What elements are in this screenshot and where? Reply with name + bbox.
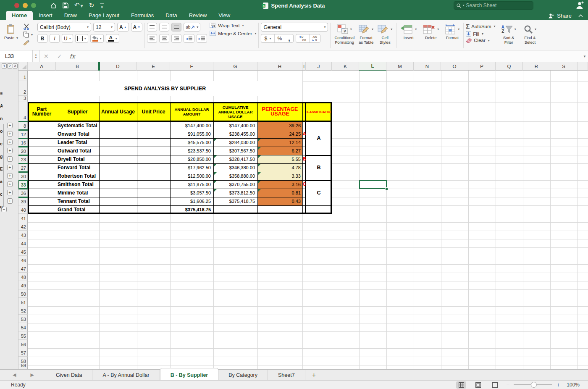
- column-header-K[interactable]: K: [332, 62, 359, 71]
- cell-classification-C[interactable]: C: [306, 180, 332, 205]
- align-top-button[interactable]: [147, 23, 157, 32]
- decrease-decimal-button[interactable]: .00▸.0: [310, 34, 320, 42]
- cell-supplier-27[interactable]: Forward Total: [58, 163, 98, 172]
- row-header-52[interactable]: 52: [18, 306, 28, 315]
- column-header-L[interactable]: L: [359, 62, 386, 71]
- underline-button[interactable]: U▾: [62, 34, 73, 43]
- clear-button[interactable]: Clear ▾: [466, 38, 495, 43]
- column-header-R[interactable]: R: [523, 62, 550, 71]
- row-header-43[interactable]: 43: [18, 231, 28, 239]
- column-header-M[interactable]: M: [386, 62, 414, 71]
- autosum-button[interactable]: Σ AutoSum ▾: [466, 23, 495, 30]
- cell-grand-total-label[interactable]: Grand Total: [58, 205, 98, 214]
- cell-cumulative-20[interactable]: $307,567.50: [213, 147, 255, 155]
- column-header-I[interactable]: I: [302, 62, 306, 71]
- increase-indent-button[interactable]: ▸: [197, 34, 207, 43]
- share-button[interactable]: Share: [557, 13, 572, 19]
- formula-input[interactable]: [79, 50, 588, 62]
- row-header-44[interactable]: 44: [18, 239, 28, 247]
- increase-decimal-button[interactable]: ◂.0.00: [296, 34, 310, 42]
- customize-toolbar-icon[interactable]: —▾: [100, 2, 104, 9]
- row-header-53[interactable]: 53: [18, 315, 28, 323]
- column-header-H[interactable]: H: [257, 62, 302, 71]
- add-sheet-button[interactable]: +: [305, 370, 323, 380]
- italic-button[interactable]: I: [50, 34, 60, 43]
- cell-annual-dollar-23[interactable]: $20,850.00: [170, 155, 211, 163]
- sort-filter-button[interactable]: A Z ▾ Sort & Filter: [500, 23, 518, 49]
- tab-data[interactable]: Data: [160, 11, 183, 20]
- expand-group-button-row-39[interactable]: +: [7, 198, 13, 204]
- cell-annual-dollar-16[interactable]: $45,575.00: [170, 138, 211, 147]
- wrap-text-button[interactable]: Wrap Text ▾: [210, 23, 256, 28]
- page-break-view-button[interactable]: [490, 381, 500, 389]
- row-header-8[interactable]: 8: [18, 121, 28, 130]
- column-header-E[interactable]: E: [137, 62, 170, 71]
- cell-cumulative-8[interactable]: $147,400.00: [213, 121, 255, 130]
- align-center-button[interactable]: [159, 34, 169, 43]
- zoom-in-button[interactable]: +: [556, 381, 560, 388]
- column-header-P[interactable]: P: [468, 62, 496, 71]
- cell-annual-dollar-33[interactable]: $11,875.00: [170, 180, 211, 189]
- home-icon[interactable]: [50, 3, 57, 9]
- cell-annual-dollar-30[interactable]: $12,500.00: [170, 172, 211, 180]
- expand-group-button-row-33[interactable]: +: [7, 181, 13, 187]
- currency-format-button[interactable]: $ ▾: [261, 34, 274, 42]
- insert-cells-button[interactable]: ▾ Insert: [399, 23, 418, 49]
- tab-draw[interactable]: Draw: [58, 11, 83, 20]
- cell-percentage-27[interactable]: 4.78: [257, 163, 301, 172]
- column-header-F[interactable]: F: [170, 62, 213, 71]
- copy-button[interactable]: ▾: [23, 32, 33, 38]
- cell-percentage-12[interactable]: 24.25: [257, 130, 301, 138]
- insert-function-icon[interactable]: fx: [66, 53, 78, 60]
- cell-percentage-39[interactable]: 0.43: [257, 197, 301, 205]
- spreadsheet-grid[interactable]: 123ABDEFGHIJKLMNOPQRS1234812162023273033…: [0, 62, 588, 369]
- row-header-51[interactable]: 51: [18, 298, 28, 306]
- next-sheet-arrow[interactable]: ▶: [30, 372, 34, 378]
- cell-annual-dollar-36[interactable]: $3,057.50: [170, 189, 211, 197]
- row-header-39[interactable]: 39: [18, 197, 28, 205]
- borders-button[interactable]: ▾: [75, 34, 88, 43]
- cell-supplier-20[interactable]: Outward Total: [58, 147, 98, 155]
- row-header-47[interactable]: 47: [18, 264, 28, 273]
- cell-supplier-8[interactable]: Systematic Total: [58, 121, 98, 130]
- fill-button[interactable]: Fill ▾: [466, 31, 495, 37]
- row-header-45[interactable]: 45: [18, 247, 28, 256]
- cell-supplier-12[interactable]: Onward Total: [58, 130, 98, 138]
- row-header-12[interactable]: 12: [18, 130, 28, 138]
- expand-group-button-row-36[interactable]: +: [7, 190, 13, 195]
- column-header-B[interactable]: B: [56, 62, 99, 71]
- expand-group-button-row-23[interactable]: +: [7, 156, 13, 162]
- tab-page-layout[interactable]: Page Layout: [83, 11, 125, 20]
- column-header-O[interactable]: O: [441, 62, 468, 71]
- comma-format-button[interactable]: ,: [285, 34, 293, 42]
- column-header-D[interactable]: D: [99, 62, 137, 71]
- fullscreen-button[interactable]: [31, 3, 36, 8]
- tab-home[interactable]: Home: [6, 11, 33, 20]
- row-header-59[interactable]: 59: [18, 365, 28, 369]
- cell-cumulative-36[interactable]: $373,812.50: [213, 189, 255, 197]
- zoom-slider[interactable]: [514, 384, 552, 385]
- sheet-title-cell[interactable]: SPEND ANALYSIS BY SUPPLIER: [28, 81, 302, 96]
- fill-color-button[interactable]: ▾: [90, 34, 104, 43]
- tab-insert[interactable]: Insert: [33, 11, 58, 20]
- cell-annual-dollar-12[interactable]: $91,055.00: [170, 130, 211, 138]
- cell-grand-total-amount[interactable]: $375,418.75: [170, 205, 211, 214]
- expand-group-button-row-30[interactable]: +: [7, 173, 13, 179]
- cell-cumulative-12[interactable]: $238,455.00: [213, 130, 255, 138]
- row-header-46[interactable]: 46: [18, 256, 28, 264]
- cell-cumulative-33[interactable]: $370,755.00: [213, 180, 255, 189]
- row-header-33[interactable]: 33: [18, 180, 28, 189]
- cell-percentage-23[interactable]: 5.55: [257, 155, 301, 163]
- decrease-indent-button[interactable]: ◂: [184, 34, 194, 43]
- decrease-font-button[interactable]: A▼: [131, 23, 143, 32]
- bold-button[interactable]: B: [37, 34, 47, 43]
- cell-annual-dollar-39[interactable]: $1,606.25: [170, 197, 211, 205]
- cell-supplier-33[interactable]: Smithson Total: [58, 180, 98, 189]
- cell-classification-B[interactable]: B: [306, 155, 332, 180]
- cancel-formula-icon[interactable]: ✕: [39, 53, 53, 60]
- expand-group-button-row-27[interactable]: +: [7, 165, 13, 170]
- row-header-4[interactable]: 4: [18, 102, 28, 121]
- find-select-button[interactable]: ▾ Find & Select: [522, 23, 538, 49]
- align-left-button[interactable]: [147, 34, 157, 43]
- undo-button[interactable]: ↶▼: [74, 2, 83, 9]
